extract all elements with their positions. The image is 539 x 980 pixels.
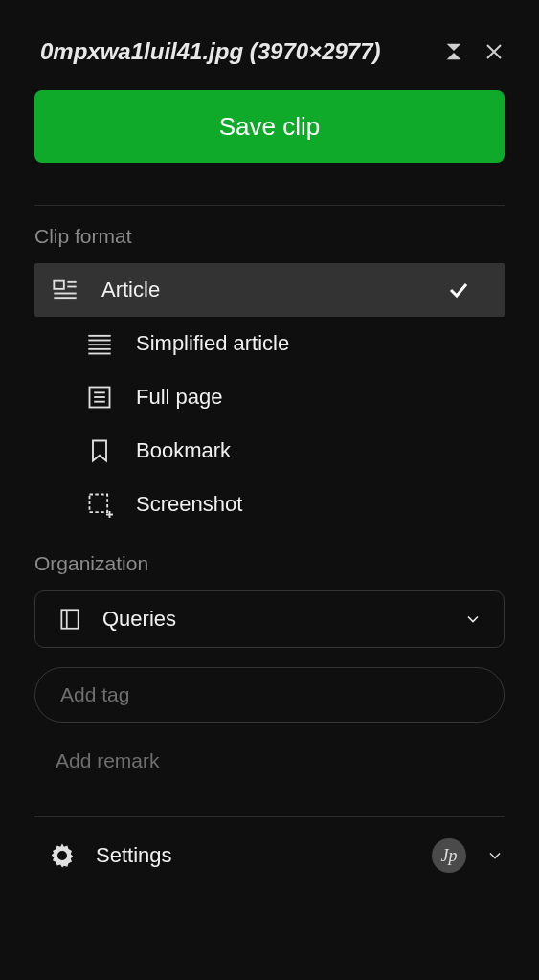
organization-section: Organization Queries Add remark (0, 531, 539, 782)
chevron-down-icon[interactable] (485, 846, 505, 865)
format-label: Full page (136, 385, 505, 410)
screenshot-icon (86, 491, 113, 518)
chevron-down-icon (463, 610, 483, 629)
notebook-select[interactable]: Queries (34, 590, 505, 648)
clip-format-list: Article Simplified article Full page Boo… (0, 263, 539, 531)
tag-input[interactable] (60, 683, 479, 706)
footer: Settings Jp (0, 817, 539, 894)
settings-label[interactable]: Settings (96, 843, 413, 868)
format-label: Screenshot (136, 492, 505, 517)
format-screenshot[interactable]: Screenshot (34, 478, 539, 531)
add-remark[interactable]: Add remark (56, 749, 505, 772)
close-icon[interactable] (482, 39, 506, 64)
format-label: Simplified article (136, 331, 505, 356)
clipper-panel: 0mpxwa1luil41.jpg (3970×2977) Save clip … (0, 0, 539, 980)
header: 0mpxwa1luil41.jpg (3970×2977) (0, 0, 539, 90)
format-bookmark[interactable]: Bookmark (34, 424, 539, 478)
notebook-icon (56, 606, 83, 633)
format-simplified-article[interactable]: Simplified article (34, 317, 539, 370)
fullpage-icon (86, 384, 113, 411)
clip-format-label: Clip format (0, 225, 539, 263)
bookmark-icon (86, 437, 113, 464)
simplified-icon (86, 330, 113, 357)
format-article[interactable]: Article (34, 263, 505, 317)
svg-rect-16 (61, 610, 78, 629)
organization-label: Organization (0, 552, 539, 590)
page-title: 0mpxwa1luil41.jpg (3970×2977) (40, 38, 426, 65)
article-icon (52, 277, 79, 303)
svg-rect-0 (54, 281, 64, 289)
gear-icon[interactable] (48, 841, 77, 870)
save-clip-button[interactable]: Save clip (34, 90, 505, 163)
tag-input-wrapper (34, 667, 505, 723)
check-icon (447, 278, 470, 301)
format-label: Article (101, 278, 424, 302)
avatar[interactable]: Jp (432, 838, 466, 873)
hourglass-icon[interactable] (441, 39, 466, 64)
notebook-name: Queries (102, 607, 444, 632)
format-label: Bookmark (136, 438, 505, 463)
divider (34, 205, 505, 206)
format-full-page[interactable]: Full page (34, 370, 539, 424)
